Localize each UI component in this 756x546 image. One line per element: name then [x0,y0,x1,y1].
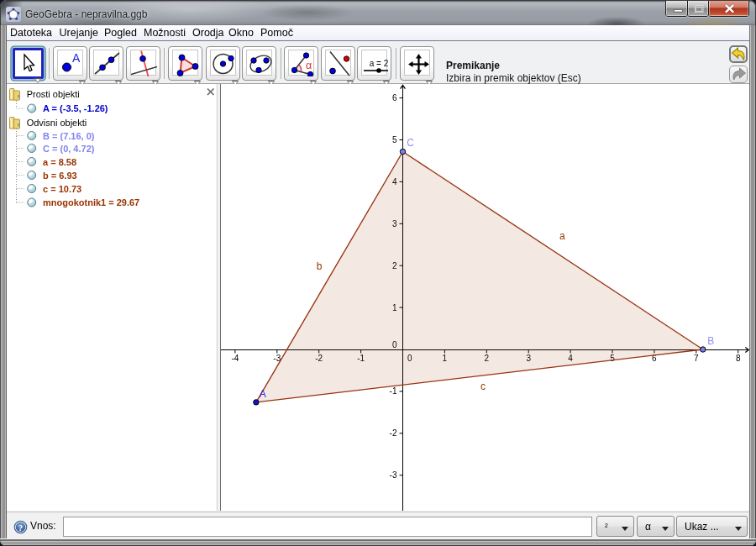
svg-text:8: 8 [736,354,741,363]
svg-text:b: b [317,260,323,272]
svg-text:C: C [407,137,414,149]
svg-text:6: 6 [392,93,397,102]
svg-text:a: a [559,230,565,242]
svg-text:B: B [707,335,714,347]
svg-text:-2: -2 [390,428,397,438]
svg-text:7: 7 [694,354,699,363]
svg-text:?: ? [18,522,24,533]
svg-text:a = 2: a = 2 [370,59,388,68]
svg-text:-1: -1 [390,386,397,396]
svg-text:5: 5 [392,135,397,144]
svg-text:-3: -3 [390,470,397,480]
svg-text:A: A [72,51,81,65]
svg-text:c: c [480,381,486,392]
svg-text:α: α [306,60,312,71]
svg-text:A: A [260,388,266,400]
svg-text:-4: -4 [231,354,239,363]
